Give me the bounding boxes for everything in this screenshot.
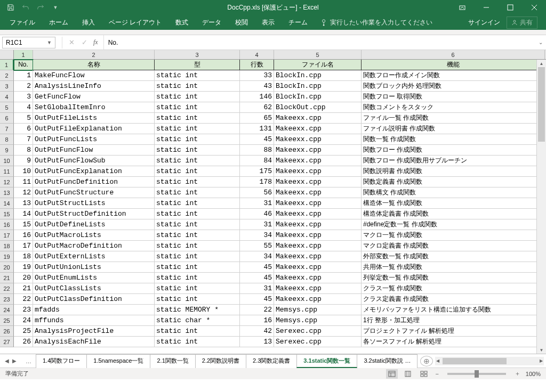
cell[interactable]: 88 — [240, 145, 274, 156]
cell[interactable]: 8 — [14, 145, 33, 156]
cell[interactable]: 17 — [14, 241, 33, 251]
cell[interactable]: OutPutFileLists — [33, 113, 155, 124]
signin-link[interactable]: サインイン — [468, 18, 500, 27]
chevron-down-icon[interactable]: ▼ — [47, 40, 52, 45]
sheet-tab[interactable]: 2.2関数説明書 — [195, 354, 246, 368]
sheet-tab[interactable]: 3.1static関数一覧 — [296, 354, 357, 368]
tab-first-indicator[interactable]: … — [21, 358, 36, 364]
cell[interactable]: 34 — [240, 251, 274, 262]
cell[interactable]: OutPutDefineLists — [33, 219, 155, 230]
scroll-down-arrow-icon[interactable]: ▼ — [537, 346, 546, 354]
close-button[interactable] — [522, 0, 546, 15]
spreadsheet-grid[interactable]: 123456 123456789101112131415161718192021… — [0, 50, 546, 354]
cell[interactable]: #define定数一覧 作成関数 — [362, 219, 545, 230]
row-header[interactable]: 13 — [0, 187, 14, 198]
sheet-tab[interactable]: 1.4関数フロー — [36, 354, 87, 368]
cell[interactable]: BlockOut.cpp — [274, 102, 362, 113]
cell[interactable]: SetGlobalItemInro — [33, 102, 155, 113]
cell[interactable]: クラス一覧 作成関数 — [362, 283, 545, 294]
cell[interactable]: 65 — [240, 113, 274, 124]
cell[interactable]: 45 — [240, 294, 274, 305]
cell[interactable]: mffunds — [33, 315, 155, 326]
sheet-tab[interactable]: 2.3関数定義書 — [246, 354, 297, 368]
ribbon-tab-6[interactable]: 校閲 — [229, 15, 254, 30]
maximize-button[interactable] — [498, 0, 522, 15]
ribbon-options-button[interactable] — [450, 0, 474, 15]
cell[interactable]: 10 — [14, 166, 33, 177]
cell[interactable]: OutPutFuncDefinition — [33, 177, 155, 187]
cell[interactable]: static char * — [155, 315, 240, 326]
cell[interactable]: 23 — [14, 305, 33, 315]
cell[interactable]: 16 — [14, 230, 33, 241]
cell[interactable]: OutPutStructDefinition — [33, 209, 155, 219]
cell[interactable]: 14 — [14, 209, 33, 219]
cell[interactable]: 9 — [14, 156, 33, 166]
row-header[interactable]: 25 — [0, 315, 14, 326]
cell[interactable]: OutPutUnionLists — [33, 262, 155, 273]
cell[interactable]: 16 — [240, 315, 274, 326]
row-header[interactable]: 27 — [0, 337, 14, 347]
cell[interactable]: マクロ定義書 作成関数 — [362, 241, 545, 251]
row-header[interactable]: 10 — [0, 156, 14, 166]
cell[interactable]: 関数コメントをスタック — [362, 102, 545, 113]
column-header[interactable]: 6 — [362, 50, 545, 59]
zoom-in-button[interactable]: ＋ — [513, 370, 521, 378]
sheet-tab[interactable]: 1.5namespace一覧 — [86, 354, 150, 368]
cell[interactable]: プロジェクトファイル 解析処理 — [362, 326, 545, 337]
cell[interactable]: 共用体一覧 作成関数 — [362, 262, 545, 273]
cell[interactable]: static int — [155, 198, 240, 209]
cell[interactable]: 34 — [240, 230, 274, 241]
cell[interactable]: 146 — [240, 92, 274, 102]
cell[interactable]: OutPutClassDefinition — [33, 294, 155, 305]
cell[interactable]: OutPutFuncLists — [33, 134, 155, 145]
cell[interactable]: 21 — [14, 283, 33, 294]
zoom-level[interactable]: 100% — [526, 371, 541, 377]
header-cell[interactable]: 名称 — [33, 60, 155, 70]
cell[interactable]: MakeFuncFlow — [33, 70, 155, 81]
column-header[interactable]: 2 — [33, 50, 155, 59]
cell[interactable]: static int — [155, 230, 240, 241]
sheet-tab[interactable]: 3.2static関数説 … — [357, 354, 417, 368]
header-cell[interactable]: No. — [14, 60, 33, 70]
cell[interactable]: 関数フロー 取得関数 — [362, 92, 545, 102]
cell[interactable]: 構造体定義書 作成関数 — [362, 209, 545, 219]
row-header[interactable]: 18 — [0, 241, 14, 251]
cell[interactable]: OutPutFuncFlow — [33, 145, 155, 156]
cell[interactable]: 4 — [14, 102, 33, 113]
cell[interactable]: static int — [155, 102, 240, 113]
tab-nav-buttons[interactable]: ◀▶ — [0, 358, 21, 364]
sheet-tab[interactable]: 2.1関数一覧 — [150, 354, 195, 368]
row-header[interactable]: 20 — [0, 262, 14, 273]
cell[interactable]: 外部変数一覧 作成関数 — [362, 251, 545, 262]
row-header[interactable]: 23 — [0, 294, 14, 305]
hscroll-thumb[interactable] — [443, 358, 507, 364]
cell[interactable]: 15 — [14, 219, 33, 230]
cell[interactable]: static int — [155, 283, 240, 294]
column-header[interactable]: 1 — [14, 50, 33, 59]
cell[interactable]: static int — [155, 187, 240, 198]
cell[interactable]: OutPutClassLists — [33, 283, 155, 294]
horizontal-scrollbar[interactable]: ◀ ▶ — [435, 357, 544, 365]
cell[interactable]: Makeexx.cpp — [274, 113, 362, 124]
zoom-out-button[interactable]: − — [434, 371, 439, 377]
cell[interactable]: 45 — [240, 273, 274, 283]
cell[interactable]: OutPutMacroDefinition — [33, 241, 155, 251]
select-all-corner[interactable] — [0, 50, 14, 59]
row-header[interactable]: 26 — [0, 326, 14, 337]
row-header[interactable]: 2 — [0, 70, 14, 81]
cell[interactable]: 構造体一覧 作成関数 — [362, 198, 545, 209]
cell[interactable]: 13 — [14, 198, 33, 209]
cell[interactable]: Makeexx.cpp — [274, 294, 362, 305]
cell[interactable]: Makeexx.cpp — [274, 187, 362, 198]
cell[interactable]: 84 — [240, 156, 274, 166]
ribbon-tab-2[interactable]: 挿入 — [76, 15, 101, 30]
cell[interactable]: static int — [155, 70, 240, 81]
cell[interactable]: static int — [155, 273, 240, 283]
row-header[interactable]: 16 — [0, 219, 14, 230]
cell[interactable]: static int — [155, 337, 240, 347]
redo-button[interactable] — [34, 1, 47, 14]
cell[interactable]: 1行 整形・加工処理 — [362, 315, 545, 326]
ribbon-tab-7[interactable]: 表示 — [255, 15, 281, 30]
row-header[interactable]: 22 — [0, 283, 14, 294]
cell[interactable]: static int — [155, 262, 240, 273]
